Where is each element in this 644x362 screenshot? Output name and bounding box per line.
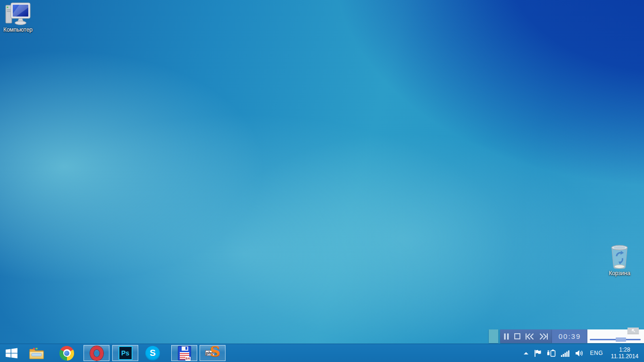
taskbar-item-photoshop[interactable]: Ps: [112, 345, 138, 361]
floppy-shutter: [182, 346, 188, 351]
elapsed-time: 00:39: [552, 329, 587, 343]
taskbar: Ps S 64 php S: [0, 344, 644, 362]
signal-bars-icon: [561, 350, 570, 357]
seek-track: [590, 339, 641, 340]
skype-icon: S: [145, 346, 160, 361]
folder-icon: [29, 347, 44, 359]
pause-icon: [504, 333, 509, 340]
skip-back-icon: [525, 333, 534, 340]
skip-forward-button[interactable]: [539, 333, 548, 340]
computer-icon: [5, 2, 31, 26]
start-button[interactable]: [0, 344, 23, 362]
stop-icon: [514, 333, 520, 339]
stop-button[interactable]: [514, 333, 520, 339]
desktop-icon-computer[interactable]: Компьютер: [0, 2, 36, 33]
clock-date: 11.11.2014: [611, 353, 638, 360]
player-drag-tab[interactable]: [489, 329, 498, 343]
skip-back-button[interactable]: [525, 333, 534, 340]
taskbar-item-file-explorer[interactable]: [24, 345, 50, 361]
taskbar-item-chrome[interactable]: [54, 345, 80, 361]
flag-icon: [534, 349, 542, 357]
windows-logo-icon: [6, 347, 17, 359]
desktop-icon-label: Корзина: [609, 270, 630, 277]
taskbar-item-total-commander[interactable]: 64: [171, 345, 197, 361]
taskbar-item-opera[interactable]: [84, 345, 109, 361]
desktop-icon-recycle-bin[interactable]: Корзина: [602, 245, 637, 277]
floppy-glyph: 64: [185, 357, 191, 361]
collapse-arrow-icon: [631, 328, 636, 333]
skype-glyph: S: [150, 348, 156, 358]
collapse-button[interactable]: [627, 328, 639, 334]
network-tray-button[interactable]: [561, 350, 570, 357]
clock-time: 1:28: [611, 346, 638, 353]
taskbar-item-phpstorm[interactable]: php S: [200, 345, 226, 361]
language-indicator[interactable]: ENG: [589, 350, 604, 356]
photoshop-icon: Ps: [118, 346, 133, 360]
action-center-button[interactable]: [534, 349, 542, 357]
player-controls: [500, 329, 552, 343]
recycle-bin-icon: [609, 245, 630, 269]
chevron-up-icon: [524, 352, 528, 354]
power-tray-button[interactable]: [547, 349, 556, 357]
system-tray: ENG 1:28 11.11.2014: [524, 344, 644, 362]
clock[interactable]: 1:28 11.11.2014: [609, 346, 640, 360]
seek-handle[interactable]: [616, 337, 626, 342]
speaker-icon: [575, 350, 584, 357]
hidden-icons-button[interactable]: [524, 352, 528, 354]
taskbar-item-skype[interactable]: S: [140, 345, 166, 361]
opera-icon: [90, 346, 103, 361]
volume-tray-button[interactable]: [575, 350, 584, 357]
phpstorm-icon: php S: [205, 346, 220, 361]
skip-forward-icon: [539, 333, 548, 340]
power-icon: [547, 349, 556, 357]
desktop-icon-label: Компьютер: [3, 27, 33, 33]
floppy-icon: 64: [178, 346, 191, 361]
desktop-wallpaper: Компьютер Корзина: [0, 0, 644, 362]
chrome-icon: [59, 346, 74, 361]
phpstorm-s-glyph: S: [210, 344, 220, 359]
photoshop-glyph: Ps: [121, 349, 129, 357]
pause-button[interactable]: [504, 333, 509, 340]
